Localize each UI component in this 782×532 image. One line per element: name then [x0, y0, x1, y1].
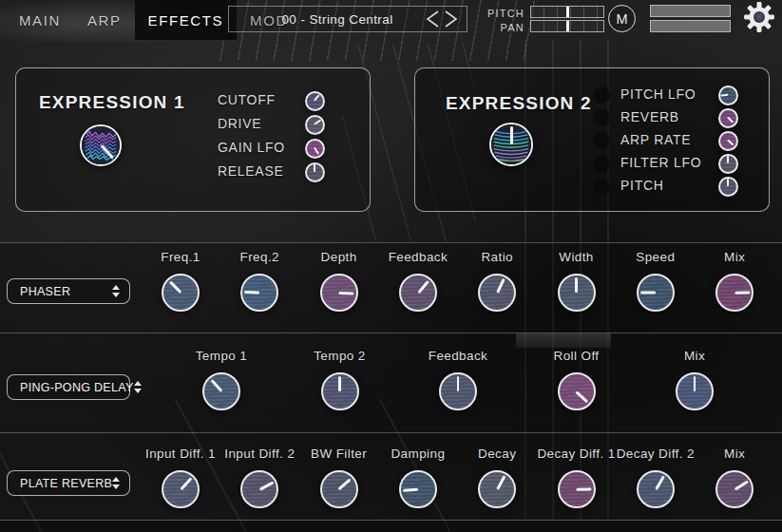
knob-pointer [259, 481, 275, 490]
knob-pointer [417, 280, 429, 294]
knob-pointer [727, 179, 729, 186]
bottom-strip [0, 520, 782, 532]
knob-pointer [727, 140, 734, 146]
expression-2-title: EXPRESSION 2 [446, 93, 592, 114]
knob-phaser-speed[interactable] [637, 274, 675, 312]
knob-phaser-width[interactable] [558, 274, 596, 312]
preset-name: 00 - String Central [229, 12, 417, 27]
output-meter-right [650, 20, 731, 32]
knob-pointer [734, 480, 748, 490]
selector-arrows-icon[interactable] [134, 381, 142, 393]
indicator-dot [593, 86, 610, 104]
knob-release[interactable] [305, 162, 325, 182]
knob-ping-pong-delay-tempo-1[interactable] [202, 372, 240, 410]
param-label-pitch: PITCH [620, 178, 664, 193]
plugin-window: PHASERFreq.1Freq.2DepthFeedbackRatioWidt… [0, 0, 782, 532]
knob-pointer [575, 277, 578, 293]
fx-knob-cell: Tempo 2 [278, 349, 402, 410]
knob-phaser-ratio[interactable] [478, 274, 516, 312]
settings-gear-icon[interactable] [743, 1, 775, 33]
param-label-drive: DRIVE [218, 116, 261, 131]
knob-phaser-freq-1[interactable] [162, 274, 200, 312]
pan-label: PAN [479, 22, 525, 33]
knob-pointer [655, 475, 664, 489]
param-label-gain-lfo: GAIN LFO [218, 140, 285, 155]
knob-label-mix: Mix [673, 250, 782, 264]
knob-pitch[interactable] [718, 177, 738, 197]
knob-plate-reverb-bw-filter[interactable] [320, 470, 358, 508]
expression-1-title: EXPRESSION 1 [39, 92, 185, 113]
knob-arp-rate[interactable] [718, 131, 738, 151]
knob-plate-reverb-decay[interactable] [478, 470, 516, 508]
param-label-reverb: REVERB [620, 109, 679, 124]
effect-selector-ping-pong-delay[interactable]: PING-PONG DELAY [7, 374, 130, 400]
pan-slider[interactable] [530, 20, 604, 32]
indicator-dot [593, 178, 610, 195]
knob-ping-pong-delay-tempo-2[interactable] [321, 372, 359, 410]
effect-selector-phaser[interactable]: PHASER [7, 278, 130, 304]
knob-pointer [314, 94, 320, 101]
knob-phaser-freq-2[interactable] [240, 274, 278, 312]
tab-arp[interactable]: ARP [74, 0, 135, 40]
knob-drive[interactable] [305, 115, 325, 135]
effect-row-delay: PING-PONG DELAYTempo 1Tempo 2FeedbackRol… [0, 332, 782, 432]
knob-gain-lfo[interactable] [305, 139, 325, 159]
expression-1-macro-knob[interactable] [80, 124, 122, 166]
knob-filter-lfo[interactable] [718, 154, 738, 174]
knob-pointer [169, 281, 181, 294]
fx-knob-cell: Roll Off [515, 349, 639, 410]
knob-plate-reverb-input-diff-2[interactable] [240, 470, 278, 508]
param-label-filter-lfo: FILTER LFO [620, 155, 701, 170]
tab-main[interactable]: MAIN [6, 0, 74, 40]
fx-knob-cell: Feedback [396, 349, 520, 410]
knob-plate-reverb-decay-diff-2[interactable] [637, 470, 675, 508]
top-bar: MAINARPEFFECTSMOD 00 - String Central PI… [0, 0, 782, 40]
slider-handle[interactable] [566, 21, 569, 31]
knob-plate-reverb-decay-diff-1[interactable] [558, 470, 596, 508]
knob-pointer [457, 376, 460, 391]
fx-knob-cell: Tempo 1 [160, 349, 283, 410]
knob-pointer [694, 376, 696, 391]
knob-pointer [576, 487, 591, 490]
preset-selector[interactable]: 00 - String Central [228, 6, 467, 32]
expression-2-macro-knob[interactable] [489, 123, 533, 166]
fx-knob-cell: Mix [633, 349, 756, 410]
pitch-slider[interactable] [530, 6, 604, 18]
knob-label-roll-off: Roll Off [515, 349, 639, 363]
knob-plate-reverb-input-diff-1[interactable] [162, 470, 200, 508]
knob-pointer [314, 147, 319, 155]
knob-pointer [180, 477, 192, 490]
arrow-up-icon [134, 381, 142, 386]
knob-pointer [496, 475, 505, 490]
output-meter-left [650, 5, 731, 17]
knob-pointer [734, 291, 750, 294]
knob-label-mix: Mix [633, 349, 756, 363]
knob-phaser-depth[interactable] [320, 274, 358, 312]
knob-label-tempo-2: Tempo 2 [278, 349, 402, 363]
preset-next-icon[interactable] [446, 11, 456, 27]
knob-plate-reverb-mix[interactable] [715, 470, 753, 508]
slider-handle[interactable] [566, 7, 569, 17]
knob-reverb[interactable] [718, 108, 738, 128]
knob-pointer [338, 376, 341, 391]
knob-pointer [314, 120, 321, 125]
param-label-cutoff: CUTOFF [218, 92, 276, 107]
knob-ping-pong-delay-mix[interactable] [676, 372, 714, 410]
knob-ping-pong-delay-feedback[interactable] [439, 372, 477, 410]
arrow-down-icon [134, 389, 142, 393]
knob-label-tempo-1: Tempo 1 [160, 349, 283, 363]
knob-pointer [496, 278, 505, 294]
knob-pointer [727, 156, 729, 163]
indicator-dot [593, 155, 610, 172]
knob-pitch-lfo[interactable] [718, 86, 738, 105]
knob-cutoff[interactable] [305, 91, 325, 111]
knob-phaser-feedback[interactable] [399, 274, 437, 312]
indicator-dot [593, 109, 610, 126]
effect-selector-plate-reverb[interactable]: PLATE REVERB [7, 470, 130, 496]
preset-prev-icon[interactable] [428, 11, 438, 27]
knob-ping-pong-delay-roll-off[interactable] [558, 372, 596, 410]
mute-button[interactable]: M [608, 5, 636, 32]
knob-phaser-mix[interactable] [715, 274, 753, 312]
knob-plate-reverb-damping[interactable] [399, 470, 437, 508]
tab-effects[interactable]: EFFECTS [135, 0, 238, 40]
